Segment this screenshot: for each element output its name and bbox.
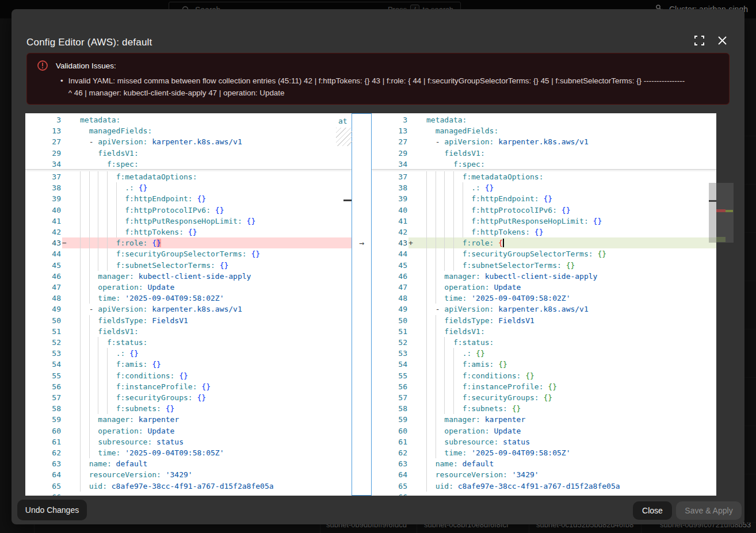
ruler-removed-mark: [716, 209, 726, 212]
code-line[interactable]: 52 f:status:: [25, 337, 352, 348]
code-line[interactable]: 59 manager: karpenter: [372, 414, 716, 425]
code-line[interactable]: 47 operation: Update: [372, 282, 716, 293]
code-line[interactable]: 34 f:spec:: [372, 159, 716, 170]
code-line[interactable]: 63 name: default: [25, 458, 352, 469]
overview-ruler[interactable]: [716, 183, 734, 243]
code-line[interactable]: 51 fieldsV1:: [372, 326, 716, 337]
yaml-diff-editor[interactable]: 3metadata:13 managedFields:27 - apiVersi…: [25, 113, 716, 496]
code-line[interactable]: 61 subresource: status: [25, 436, 352, 447]
diff-sash[interactable]: →: [352, 113, 372, 496]
code-line[interactable]: 3metadata:: [25, 114, 352, 125]
line-number: 34: [372, 159, 407, 170]
code-line[interactable]: 66spec:: [372, 492, 716, 496]
code-line[interactable]: 64 resourceVersion: '3429': [25, 469, 352, 480]
code-line[interactable]: 54 f:amis: {}: [25, 359, 352, 370]
line-number: 57: [372, 392, 407, 403]
code-line[interactable]: 34 f:spec:: [25, 159, 352, 170]
code-line[interactable]: 47 operation: Update: [25, 282, 352, 293]
code-text: managedFields:: [426, 125, 716, 136]
code-line[interactable]: 44 f:securityGroupSelectorTerms: {}: [372, 248, 716, 259]
code-line[interactable]: 37 f:metadataOptions:: [25, 171, 352, 182]
code-line[interactable]: 27 - apiVersion: karpenter.k8s.aws/v1: [25, 136, 352, 147]
code-line[interactable]: 62 time: '2025-09-04T09:58:05Z': [372, 447, 716, 458]
code-line[interactable]: 56 f:instanceProfile: {}: [25, 381, 352, 392]
line-number: 54: [25, 359, 61, 370]
code-text: f:securityGroups: {}: [80, 392, 352, 403]
line-number: 53: [25, 348, 61, 359]
code-line[interactable]: 45 f:subnetSelectorTerms: {}: [372, 260, 716, 271]
code-line[interactable]: 55 f:conditions: {}: [372, 370, 716, 381]
text-cursor: [503, 239, 504, 247]
code-line[interactable]: 13 managedFields:: [372, 125, 716, 136]
revert-change-arrow-icon[interactable]: →: [352, 238, 371, 249]
code-line[interactable]: 58 f:subnets: {}: [25, 403, 352, 414]
code-line[interactable]: 40 f:httpProtocolIPv6: {}: [25, 205, 352, 216]
code-line[interactable]: 41 f:httpPutResponseHopLimit: {}: [25, 216, 352, 227]
code-line[interactable]: 58 f:subnets: {}: [372, 403, 716, 414]
code-line[interactable]: 61 subresource: status: [372, 436, 716, 447]
line-number: 43: [25, 237, 61, 248]
screen: Search Press / to search Cluster: anirba…: [0, 0, 756, 533]
scrollbar-slider[interactable]: [709, 183, 716, 243]
line-number: 37: [372, 171, 407, 182]
code-line[interactable]: 59 manager: karpenter: [25, 414, 352, 425]
code-text: resourceVersion: '3429': [80, 469, 352, 480]
code-line[interactable]: 39 f:httpEndpoint: {}: [25, 193, 352, 204]
code-line[interactable]: 38 .: {}: [25, 182, 352, 193]
code-line[interactable]: 46 manager: kubectl-client-side-apply: [372, 271, 716, 282]
code-line[interactable]: 44 f:securityGroupSelectorTerms: {}: [25, 248, 352, 259]
code-line[interactable]: 43− f:role: {}: [25, 237, 352, 248]
code-line[interactable]: 45 f:subnetSelectorTerms: {}: [25, 260, 352, 271]
close-button[interactable]: Close: [633, 501, 672, 520]
code-line[interactable]: 50 fieldsType: FieldsV1: [25, 315, 352, 326]
code-line[interactable]: 46 manager: kubectl-client-side-apply: [25, 271, 352, 282]
code-line[interactable]: 57 f:securityGroups: {}: [372, 392, 716, 403]
code-line[interactable]: 60 operation: Update: [25, 425, 352, 436]
expand-icon[interactable]: [693, 34, 705, 46]
close-icon[interactable]: [716, 34, 728, 46]
code-line[interactable]: 63 name: default: [372, 458, 716, 469]
code-line[interactable]: 55 f:conditions: {}: [25, 370, 352, 381]
code-line[interactable]: 39 f:httpEndpoint: {}: [372, 193, 716, 204]
save-apply-button[interactable]: Save & Apply: [676, 501, 742, 520]
code-line[interactable]: 37 f:metadataOptions:: [372, 171, 716, 182]
code-line[interactable]: 53 .: {}: [25, 348, 352, 359]
code-line[interactable]: 48 time: '2025-09-04T09:58:02Z': [372, 293, 716, 304]
code-line[interactable]: 56 f:instanceProfile: {}: [372, 381, 716, 392]
code-line[interactable]: 3metadata:: [372, 114, 716, 125]
code-line[interactable]: 50 fieldsType: FieldsV1: [372, 315, 716, 326]
code-line[interactable]: 49 - apiVersion: karpenter.k8s.aws/v1: [372, 304, 716, 315]
code-line[interactable]: 60 operation: Update: [372, 425, 716, 436]
code-line[interactable]: 42 f:httpTokens: {}: [25, 227, 352, 237]
code-line[interactable]: 62 time: '2025-09-04T09:58:05Z': [25, 447, 352, 458]
code-line[interactable]: 64 resourceVersion: '3429': [372, 469, 716, 480]
code-line[interactable]: 52 f:status:: [372, 337, 716, 348]
code-line[interactable]: 13 managedFields:: [25, 125, 352, 136]
code-line[interactable]: 66spec:: [25, 492, 352, 496]
code-line[interactable]: 29 fieldsV1:: [372, 148, 716, 159]
code-line[interactable]: 38 .: {}: [372, 182, 716, 193]
code-line[interactable]: 41 f:httpPutResponseHopLimit: {}: [372, 216, 716, 227]
code-line[interactable]: 42 f:httpTokens: {}: [372, 227, 716, 237]
code-line[interactable]: 57 f:securityGroups: {}: [25, 392, 352, 403]
code-line[interactable]: 54 f:amis: {}: [372, 359, 716, 370]
line-number: 66: [25, 492, 61, 496]
code-line[interactable]: 40 f:httpProtocolIPv6: {}: [372, 205, 716, 216]
code-line[interactable]: 29 fieldsV1:: [25, 148, 352, 159]
code-line[interactable]: 65 uid: c8afe97e-38cc-4f91-a767-d15f2a8f…: [25, 481, 352, 492]
code-line[interactable]: 27 - apiVersion: karpenter.k8s.aws/v1: [372, 136, 716, 147]
undo-changes-button[interactable]: Undo Changes: [17, 500, 87, 520]
code-line[interactable]: 51 fieldsV1:: [25, 326, 352, 337]
code-line[interactable]: 53 .: {}: [372, 348, 716, 359]
line-number: 59: [25, 414, 61, 425]
line-number: 52: [372, 337, 407, 348]
code-text: time: '2025-09-04T09:58:05Z': [80, 447, 352, 458]
code-line[interactable]: 65 uid: c8afe97e-38cc-4f91-a767-d15f2a8f…: [372, 481, 716, 492]
code-text: f:metadataOptions:: [80, 171, 352, 182]
diff-original-pane[interactable]: 3metadata:13 managedFields:27 - apiVersi…: [25, 113, 352, 496]
code-line[interactable]: 49 - apiVersion: karpenter.k8s.aws/v1: [25, 304, 352, 315]
diff-modified-pane[interactable]: 3metadata:13 managedFields:27 - apiVersi…: [372, 113, 716, 496]
code-line[interactable]: 43+ f:role: {: [372, 237, 716, 248]
code-line[interactable]: 48 time: '2025-09-04T09:58:02Z': [25, 293, 352, 304]
code-text: fieldsV1:: [80, 326, 352, 337]
